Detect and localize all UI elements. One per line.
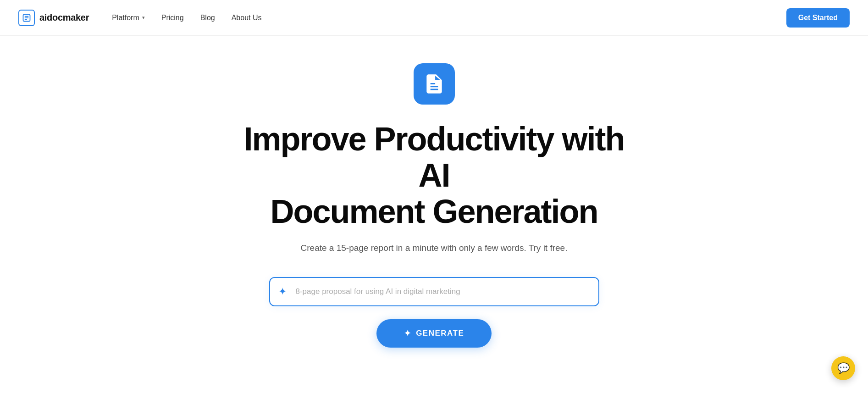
document-icon [423, 72, 446, 95]
navbar: aidocmaker Platform ▾ Pricing Blog About… [0, 0, 868, 36]
hero-subtitle: Create a 15-page report in a minute with… [301, 241, 568, 255]
generate-sparkle-icon: ✦ [404, 328, 412, 338]
nav-platform[interactable]: Platform ▾ [105, 10, 151, 26]
chevron-down-icon: ▾ [142, 15, 145, 21]
input-container: ✦ [269, 277, 599, 306]
generate-button[interactable]: ✦ GENERATE [376, 319, 492, 348]
get-started-button[interactable]: Get Started [786, 8, 850, 28]
hero-section: Improve Productivity with AI Document Ge… [0, 36, 868, 384]
logo-text: aidocmaker [39, 12, 89, 23]
nav-blog[interactable]: Blog [194, 10, 221, 26]
logo[interactable]: aidocmaker [18, 10, 89, 26]
logo-icon [18, 10, 35, 26]
hero-title: Improve Productivity with AI Document Ge… [228, 121, 641, 230]
nav-links: Platform ▾ Pricing Blog About Us [105, 10, 268, 26]
hero-icon-wrapper [414, 63, 455, 105]
navbar-left: aidocmaker Platform ▾ Pricing Blog About… [18, 10, 268, 26]
chat-widget[interactable]: 💬 [831, 356, 855, 380]
chat-icon: 💬 [837, 362, 850, 374]
nav-pricing[interactable]: Pricing [155, 10, 190, 26]
nav-about[interactable]: About Us [225, 10, 268, 26]
document-prompt-input[interactable] [269, 277, 599, 306]
